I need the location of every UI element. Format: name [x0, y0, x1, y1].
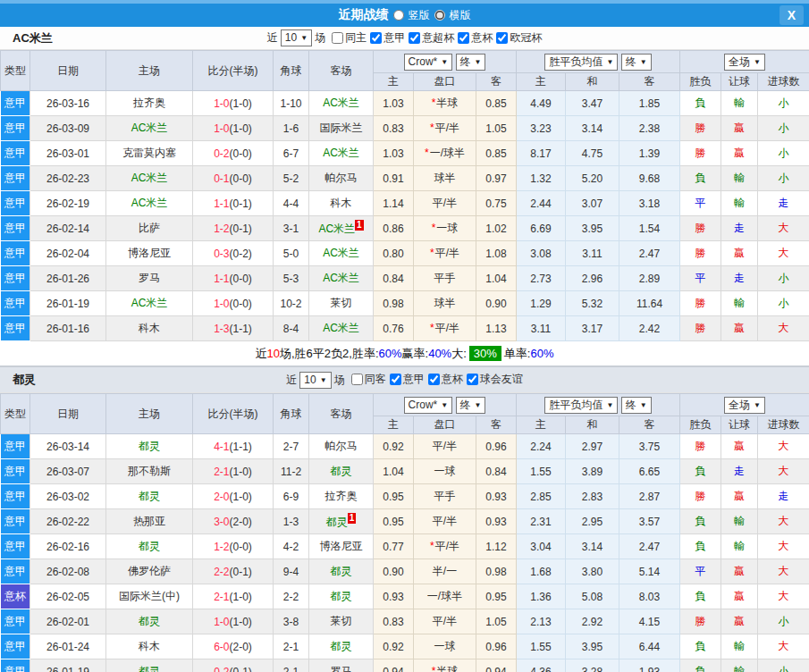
filter-checkbox-欧冠杯[interactable]: 欧冠杯 — [493, 30, 542, 46]
cell-result: 負 — [680, 509, 721, 534]
games-count-select[interactable]: 10 — [281, 29, 312, 46]
filter-checkbox-意杯[interactable]: 意杯 — [425, 372, 463, 387]
cell-home: 罗马 — [106, 266, 193, 291]
checkbox-input[interactable] — [351, 374, 363, 385]
layout-radio-vertical-label[interactable]: 竖版 — [409, 8, 430, 23]
summary-part: 大: — [451, 346, 467, 362]
games-count-select[interactable]: 10 — [299, 372, 331, 389]
cell-goals: 小 — [758, 91, 809, 116]
cell-result: 勝 — [680, 609, 721, 634]
cell-avg-draw: 3.11 — [566, 241, 619, 266]
cell-odds-home: 0.91 — [374, 166, 414, 191]
filter-checkbox-球会友谊[interactable]: 球会友谊 — [463, 372, 523, 387]
cell-avg-home: 1.32 — [517, 166, 566, 191]
close-icon[interactable]: X — [780, 5, 804, 25]
cell-result: 勝 — [680, 216, 721, 241]
col-header-result: 胜负 — [680, 73, 721, 91]
odds-stage-select[interactable]: 终 — [456, 54, 486, 71]
handicap-star: * — [430, 322, 434, 334]
cell-odds-home: 0.92 — [374, 434, 414, 459]
cell-goals: 大 — [758, 534, 809, 559]
cell-away: 都灵 — [309, 634, 374, 659]
cell-type: 意甲 — [1, 609, 30, 634]
cell-away: 都灵 — [309, 559, 374, 584]
away-team-name: 帕尔马 — [325, 440, 358, 452]
bookmaker-select[interactable]: Crow* — [404, 54, 453, 71]
cell-handicap-result: 走 — [721, 266, 758, 291]
cell-odds-home: 0.92 — [374, 634, 414, 659]
cell-odds-away: 0.94 — [476, 659, 517, 672]
filter-checkbox-意甲[interactable]: 意甲 — [367, 30, 405, 46]
layout-radio-vertical[interactable] — [393, 10, 404, 21]
cell-result: 負 — [680, 584, 721, 609]
full-score: 1-0 — [214, 97, 229, 110]
cell-odds-home: 0.83 — [374, 609, 414, 634]
checkbox-input[interactable] — [370, 32, 382, 44]
scope-select[interactable]: 全场 — [724, 54, 765, 71]
away-team-name: 都灵 — [326, 516, 348, 528]
table-header-group-row: 类型 日期 主场 比分(半场) 角球 客场 Crow* 终 胜平负均值 终 — [1, 394, 809, 416]
cell-score: 1-1(0-0) — [193, 266, 274, 291]
odds-stage-select[interactable]: 终 — [456, 397, 486, 414]
cell-avg-draw: 3.89 — [566, 459, 619, 484]
avg-type-select[interactable]: 胜平负均值 — [544, 54, 618, 71]
cell-corners: 4-2 — [274, 534, 309, 559]
avg-type-select[interactable]: 胜平负均值 — [544, 397, 618, 414]
avg-stage-select[interactable]: 终 — [621, 397, 652, 414]
col-header-handicap: 盘口 — [414, 416, 476, 434]
avg-stage-select[interactable]: 终 — [621, 54, 652, 71]
filter-checkbox-意杯[interactable]: 意杯 — [454, 30, 493, 46]
col-header-odds-home: 主 — [374, 73, 414, 91]
filter-checkbox-同主[interactable]: 同主 — [328, 30, 367, 46]
layout-radio-horizontal[interactable] — [434, 10, 445, 21]
cell-away: 都灵1 — [309, 509, 374, 534]
checkbox-input[interactable] — [409, 32, 420, 44]
cell-score: 0-3(0-2) — [193, 241, 274, 266]
home-team-name: 都灵 — [139, 665, 160, 672]
team-name: AC米兰 — [13, 30, 53, 46]
cell-corners: 11-2 — [274, 459, 309, 484]
home-team-name: AC米兰 — [131, 297, 168, 309]
home-team-name: 科木 — [139, 640, 160, 652]
table-header-group-row: 类型 日期 主场 比分(半场) 角球 客场 Crow* 终 胜平负均值 终 — [1, 51, 809, 73]
cell-corners: 2-2 — [274, 584, 309, 609]
filter-checkbox-意甲[interactable]: 意甲 — [386, 372, 425, 387]
cell-type: 意甲 — [1, 534, 30, 559]
summary-part: 场,胜6平2负2, — [280, 346, 352, 362]
checkbox-input[interactable] — [428, 374, 440, 385]
cell-odds-away: 0.85 — [476, 91, 517, 116]
cell-away: 莱切 — [309, 609, 374, 634]
checkbox-input[interactable] — [467, 374, 478, 385]
full-score: 1-3 — [214, 323, 229, 335]
half-score: (1-0) — [230, 122, 252, 135]
away-team-name: 都灵 — [331, 465, 352, 477]
checkbox-label: 同主 — [345, 30, 367, 46]
cell-odds-away: 0.96 — [476, 434, 517, 459]
checkbox-input[interactable] — [496, 32, 508, 44]
cell-type: 意甲 — [1, 434, 30, 459]
cell-type: 意杯 — [1, 584, 30, 609]
layout-radio-horizontal-label[interactable]: 横版 — [450, 8, 471, 23]
games-suffix-label: 场 — [315, 30, 325, 46]
match-row: 意甲26-02-04博洛尼亚0-3(0-2)5-0AC米兰0.80*平/半1.0… — [1, 241, 809, 266]
checkbox-input[interactable] — [458, 32, 469, 44]
col-header-goals: 进球数 — [758, 416, 809, 434]
checkbox-input[interactable] — [332, 32, 343, 44]
cell-date: 26-02-04 — [30, 241, 106, 266]
cell-result: 平 — [680, 191, 721, 216]
cell-home: 国际米兰(中) — [106, 584, 193, 609]
cell-avg-away: 6.44 — [619, 634, 680, 659]
cell-home: 克雷莫内塞 — [106, 141, 193, 166]
bookmaker-select[interactable]: Crow* — [404, 397, 453, 414]
cell-away: 国际米兰 — [309, 116, 374, 141]
filter-checkbox-意超杯[interactable]: 意超杯 — [405, 30, 454, 46]
checkbox-input[interactable] — [390, 374, 401, 385]
home-team-name: 拉齐奥 — [133, 97, 165, 109]
cell-goals: 小 — [758, 266, 809, 291]
away-team-name: AC米兰 — [323, 97, 359, 109]
filter-checkbox-同客[interactable]: 同客 — [348, 372, 386, 387]
scope-select[interactable]: 全场 — [724, 397, 765, 414]
handicap-star: * — [432, 665, 436, 672]
full-score: 1-1 — [214, 197, 229, 210]
cell-handicap: 半/一 — [414, 559, 476, 584]
